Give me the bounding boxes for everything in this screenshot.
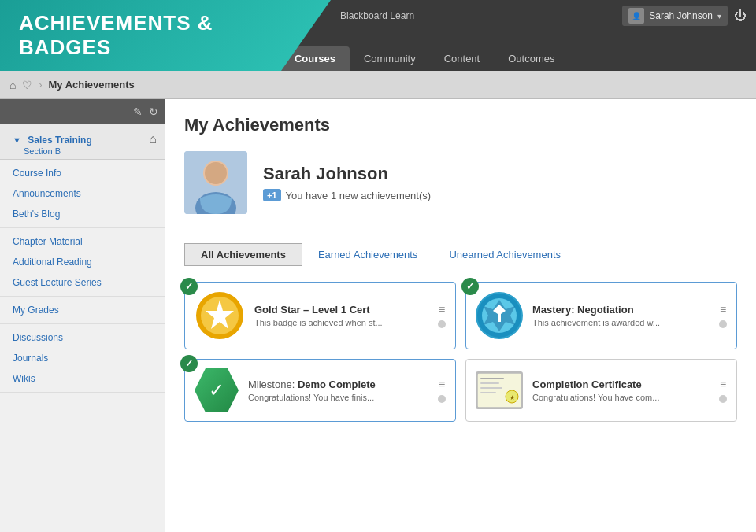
card-mastery-status-dot (719, 320, 727, 328)
sidebar-item-additional-reading[interactable]: Additional Reading (0, 252, 165, 272)
home-icon[interactable]: ⌂ (9, 79, 16, 91)
card-gold-star-body: Gold Star – Level 1 Cert This badge is a… (254, 304, 425, 327)
svg-rect-14 (480, 387, 502, 389)
breadcrumb: ⌂ ♡ › My Achievements (0, 71, 756, 99)
card-certificate[interactable]: ★ Completion Certificate Congratulations… (465, 359, 737, 422)
filter-unearned[interactable]: Unearned Achievements (433, 244, 576, 265)
milestone-hexagon: ✓ (195, 368, 239, 412)
power-icon[interactable]: ⏻ (734, 9, 747, 23)
card-milestone[interactable]: ✓ ✓ Milestone: Demo Complete Congratulat… (184, 359, 456, 422)
card-cert-actions: ≡ (719, 378, 727, 403)
sidebar-content-section: Chapter Material Additional Reading Gues… (0, 228, 165, 297)
card-mastery-title: Mastery: Negotiation (532, 304, 706, 316)
tab-outcomes[interactable]: Outcomes (494, 46, 569, 71)
sidebar-item-discussions[interactable]: Discussions (0, 327, 165, 348)
card-cert-desc: Congratulations! You have com... (532, 393, 706, 402)
sidebar-course-name[interactable]: Sales Training Section B (13, 135, 92, 156)
sidebar-item-beths-blog[interactable]: Beth's Blog (0, 204, 165, 224)
card-milestone-menu-icon[interactable]: ≡ (439, 378, 445, 390)
sidebar-course-section: Section B (24, 146, 92, 156)
sidebar-item-journals[interactable]: Journals (0, 348, 165, 368)
card-milestone-actions: ≡ (438, 378, 446, 403)
badge-count: +1 (263, 189, 281, 201)
profile-photo (184, 151, 247, 214)
card-status-dot (438, 320, 446, 328)
card-gold-star-actions: ≡ (438, 303, 446, 328)
mastery-badge (476, 292, 523, 339)
user-avatar-small: 👤 (628, 8, 644, 24)
sidebar-edit-icon[interactable]: ✎ (133, 105, 143, 118)
tab-community[interactable]: Community (350, 46, 430, 71)
card-mastery-desc: This achievement is awarded w... (532, 318, 706, 327)
svg-text:★: ★ (510, 394, 515, 401)
card-cert-title: Completion Certificate (532, 379, 706, 390)
sidebar: ✎ ↻ ▼ Sales Training Section B ⌂ Course … (0, 99, 165, 532)
card-milestone-status-dot (438, 395, 446, 403)
sidebar-course-title-block: ▼ Sales Training Section B (13, 132, 92, 156)
sidebar-item-chapter-material[interactable]: Chapter Material (0, 231, 165, 252)
card-milestone-title: Milestone: Demo Complete (248, 379, 425, 390)
favorite-icon[interactable]: ♡ (22, 79, 32, 91)
achievement-badge: +1 You have 1 new achievement(s) (263, 189, 431, 201)
sidebar-expand-icon[interactable]: ▼ (13, 135, 21, 145)
card-mastery[interactable]: ✓ Mastery: Negotiation This achievement … (465, 282, 737, 349)
sidebar-toolbar: ✎ ↻ (0, 99, 165, 124)
card-mastery-menu-icon[interactable]: ≡ (720, 303, 726, 316)
sidebar-item-wikis[interactable]: Wikis (0, 368, 165, 389)
sidebar-refresh-icon[interactable]: ↻ (149, 105, 158, 118)
sidebar-item-my-grades[interactable]: My Grades (0, 300, 165, 320)
profile-info: Sarah Johnson +1 You have 1 new achievem… (263, 164, 431, 201)
card-mastery-body: Mastery: Negotiation This achievement is… (532, 304, 706, 327)
app-title: Blackboard Learn (340, 10, 414, 21)
sidebar-item-guest-lecture[interactable]: Guest Lecture Series (0, 272, 165, 293)
user-menu[interactable]: 👤 Sarah Johnson ▾ (622, 6, 728, 26)
breadcrumb-separator: › (39, 79, 42, 91)
sidebar-home-icon[interactable]: ⌂ (149, 132, 157, 146)
page-title: My Achievements (184, 115, 737, 135)
cards-grid: ✓ Gold Star – Level 1 Cert This badge is… (184, 282, 737, 422)
filter-all[interactable]: All Achievements (184, 243, 302, 266)
sidebar-course-header: ▼ Sales Training Section B ⌂ (0, 124, 165, 160)
svg-point-3 (205, 162, 227, 184)
profile-section: Sarah Johnson +1 You have 1 new achievem… (184, 151, 737, 227)
earned-checkmark-mastery: ✓ (461, 278, 479, 295)
tab-content[interactable]: Content (430, 46, 495, 71)
filter-tabs: All Achievements Earned Achievements Une… (184, 243, 737, 266)
sidebar-main-section: Course Info Announcements Beth's Blog (0, 160, 165, 228)
filter-earned[interactable]: Earned Achievements (302, 244, 433, 265)
card-cert-menu-icon[interactable]: ≡ (720, 378, 726, 390)
certificate-icon: ★ (476, 371, 523, 409)
sidebar-grades-section: My Grades (0, 297, 165, 324)
gold-star-badge (195, 290, 245, 341)
card-cert-status-dot (719, 395, 727, 403)
sidebar-item-announcements[interactable]: Announcements (0, 183, 165, 204)
card-gold-star-desc: This badge is achieved when st... (254, 318, 425, 327)
badge-text: You have 1 new achievement(s) (286, 190, 432, 201)
user-name: Sarah Johnson (649, 10, 713, 21)
card-gold-star[interactable]: ✓ Gold Star – Level 1 Cert This badge is… (184, 282, 456, 349)
card-gold-star-title: Gold Star – Level 1 Cert (254, 304, 425, 316)
svg-rect-15 (480, 392, 496, 393)
svg-rect-12 (480, 378, 504, 379)
sidebar-item-course-info[interactable]: Course Info (0, 163, 165, 183)
card-mastery-actions: ≡ (719, 303, 727, 328)
card-milestone-body: Milestone: Demo Complete Congratulations… (248, 379, 425, 402)
main-content: My Achievements Sarah Johnson +1 You hav… (165, 99, 756, 532)
achievements-banner: ACHIEVEMENTS & BADGES (0, 0, 331, 71)
banner-heading: ACHIEVEMENTS & BADGES (19, 11, 312, 60)
profile-name: Sarah Johnson (263, 164, 431, 184)
svg-rect-13 (480, 382, 499, 384)
card-cert-body: Completion Certificate Congratulations! … (532, 379, 706, 402)
breadcrumb-text: My Achievements (48, 79, 134, 91)
dropdown-arrow-icon: ▾ (717, 12, 721, 20)
card-milestone-desc: Congratulations! You have finis... (248, 393, 425, 402)
earned-checkmark-milestone: ✓ (180, 355, 198, 372)
sidebar-collab-section: Discussions Journals Wikis (0, 324, 165, 393)
card-menu-icon[interactable]: ≡ (439, 303, 445, 316)
top-bar-right: 👤 Sarah Johnson ▾ ⏻ (622, 6, 747, 26)
